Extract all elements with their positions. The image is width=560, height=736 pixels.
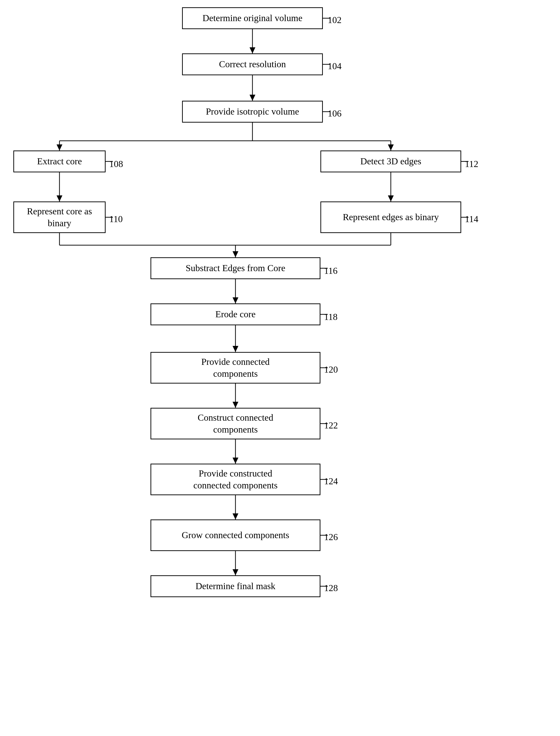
svg-marker-22 — [388, 144, 394, 151]
label-116: 116 — [324, 265, 338, 276]
box-120: Provide connected components — [150, 352, 320, 384]
label-106: 106 — [328, 108, 342, 119]
box-118: Erode core — [150, 303, 320, 325]
box-112: Detect 3D edges — [320, 151, 461, 172]
svg-marker-21 — [57, 144, 62, 151]
box-106: Provide isotropic volume — [182, 101, 323, 123]
svg-marker-29 — [233, 458, 238, 464]
svg-marker-19 — [250, 47, 255, 53]
label-108: 108 — [109, 159, 123, 169]
label-122: 122 — [324, 420, 338, 431]
label-104: 104 — [328, 61, 342, 71]
box-108: Extract core — [13, 151, 106, 172]
label-124: 124 — [324, 476, 338, 486]
box-102: Determine original volume — [182, 7, 323, 29]
box-110: Represent core as binary — [13, 201, 106, 233]
label-114: 114 — [465, 214, 478, 224]
svg-marker-26 — [233, 297, 238, 303]
label-128: 128 — [324, 583, 338, 593]
svg-marker-20 — [250, 95, 255, 101]
box-104: Correct resolution — [182, 53, 323, 75]
label-120: 120 — [324, 364, 338, 375]
svg-marker-31 — [233, 569, 238, 575]
box-128: Determine final mask — [150, 575, 320, 597]
box-116: Substract Edges from Core — [150, 257, 320, 279]
svg-marker-25 — [233, 251, 238, 257]
label-110: 110 — [109, 214, 123, 224]
svg-marker-27 — [233, 346, 238, 352]
label-126: 126 — [324, 532, 338, 542]
box-126: Grow connected components — [150, 519, 320, 551]
box-122: Construct connected components — [150, 408, 320, 439]
svg-marker-24 — [388, 195, 394, 201]
svg-marker-30 — [233, 513, 238, 519]
box-114: Represent edges as binary — [320, 201, 461, 233]
svg-marker-28 — [233, 402, 238, 408]
label-112: 112 — [465, 159, 478, 169]
label-102: 102 — [328, 15, 342, 25]
svg-marker-23 — [57, 195, 62, 201]
box-124: Provide constructed connected components — [150, 464, 320, 495]
label-118: 118 — [324, 311, 338, 322]
